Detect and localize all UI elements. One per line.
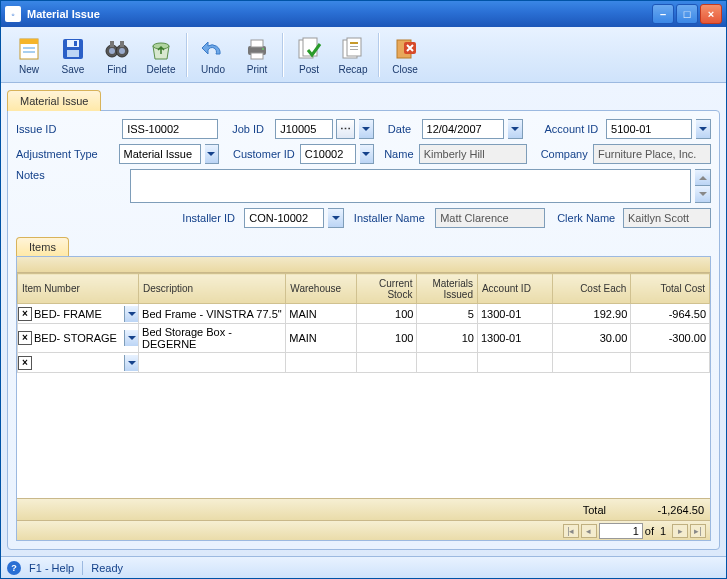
cell-warehouse[interactable]: MAIN [286, 324, 357, 353]
cell-item-number[interactable]: BED- STORAGE [32, 332, 124, 344]
installer-id-field[interactable] [244, 208, 324, 228]
date-label: Date [388, 123, 418, 135]
notes-scroll-down[interactable] [695, 186, 711, 203]
cell-materials-issued[interactable]: 10 [417, 324, 478, 353]
table-row[interactable]: × [18, 353, 710, 373]
pager-first-button[interactable]: |◂ [563, 524, 579, 538]
close-window-button[interactable]: × [700, 4, 722, 24]
notes-field[interactable] [130, 169, 691, 203]
new-button[interactable]: New [7, 30, 51, 80]
svg-rect-13 [120, 41, 124, 47]
svg-rect-17 [251, 53, 263, 59]
col-total-cost[interactable]: Total Cost [631, 274, 710, 304]
cell-materials-issued[interactable] [417, 353, 478, 373]
row-delete-button[interactable]: × [18, 356, 32, 370]
col-cost-each[interactable]: Cost Each [552, 274, 631, 304]
cell-total-cost[interactable] [631, 353, 710, 373]
col-account-id[interactable]: Account ID [477, 274, 552, 304]
installer-name-label: Installer Name [354, 212, 431, 224]
customer-id-dropdown[interactable] [360, 144, 374, 164]
post-button[interactable]: Post [287, 30, 331, 80]
adj-type-dropdown[interactable] [205, 144, 219, 164]
items-grid: Item Number Description Warehouse Curren… [16, 256, 711, 541]
cell-cost-each[interactable]: 192.90 [552, 304, 631, 324]
col-item-number[interactable]: Item Number [18, 274, 139, 304]
help-icon[interactable]: ? [7, 561, 21, 575]
find-button[interactable]: Find [95, 30, 139, 80]
job-id-field[interactable] [275, 119, 333, 139]
save-floppy-icon [59, 35, 87, 63]
item-dropdown[interactable] [124, 330, 138, 346]
print-button[interactable]: Print [235, 30, 279, 80]
pager-page-field[interactable] [599, 523, 643, 539]
minimize-button[interactable]: – [652, 4, 674, 24]
account-id-field[interactable] [606, 119, 692, 139]
cell-description[interactable]: Bed Frame - VINSTRA 77.5" [139, 304, 286, 324]
job-id-dropdown[interactable] [359, 119, 374, 139]
cell-warehouse[interactable] [286, 353, 357, 373]
table-row[interactable]: ×BED- STORAGEBed Storage Box - DEGERNEMA… [18, 324, 710, 353]
col-warehouse[interactable]: Warehouse [286, 274, 357, 304]
statusbar: ? F1 - Help Ready [1, 556, 726, 578]
adj-type-field[interactable] [119, 144, 201, 164]
svg-rect-2 [23, 47, 35, 49]
account-id-dropdown[interactable] [696, 119, 711, 139]
cell-account-id[interactable]: 1300-01 [477, 304, 552, 324]
close-button[interactable]: Close [383, 30, 427, 80]
grid-total-value: -1,264.50 [626, 504, 704, 516]
pager-next-button[interactable]: ▸ [672, 524, 688, 538]
content-area: Material Issue Issue ID Job ID ⋯ Date Ac… [1, 83, 726, 556]
save-button[interactable]: Save [51, 30, 95, 80]
cell-account-id[interactable] [477, 353, 552, 373]
undo-button[interactable]: Undo [191, 30, 235, 80]
delete-button[interactable]: Delete [139, 30, 183, 80]
svg-rect-23 [350, 42, 358, 44]
recycle-bin-icon [147, 35, 175, 63]
cell-item-number[interactable]: BED- FRAME [32, 308, 124, 320]
grid-pager: |◂ ◂ of 1 ▸ ▸| [17, 520, 710, 540]
installer-id-dropdown[interactable] [328, 208, 344, 228]
col-current-stock[interactable]: Current Stock [356, 274, 417, 304]
notes-label: Notes [16, 169, 126, 181]
maximize-button[interactable]: □ [676, 4, 698, 24]
cell-materials-issued[interactable]: 5 [417, 304, 478, 324]
job-id-lookup-button[interactable]: ⋯ [336, 119, 355, 139]
customer-id-label: Customer ID [233, 148, 296, 160]
cell-current-stock[interactable] [356, 353, 417, 373]
cell-description[interactable] [139, 353, 286, 373]
row-delete-button[interactable]: × [18, 307, 32, 321]
item-dropdown[interactable] [124, 306, 138, 322]
recap-button[interactable]: Recap [331, 30, 375, 80]
date-dropdown[interactable] [508, 119, 523, 139]
col-materials-issued[interactable]: Materials Issued [417, 274, 478, 304]
job-id-label: Job ID [232, 123, 271, 135]
customer-id-field[interactable] [300, 144, 356, 164]
cell-cost-each[interactable]: 30.00 [552, 324, 631, 353]
cell-current-stock[interactable]: 100 [356, 304, 417, 324]
status-help[interactable]: F1 - Help [29, 562, 74, 574]
notes-scroll-up[interactable] [695, 169, 711, 186]
titlebar[interactable]: ◦ Material Issue – □ × [1, 1, 726, 27]
issue-id-field[interactable] [122, 119, 218, 139]
pager-prev-button[interactable]: ◂ [581, 524, 597, 538]
svg-rect-5 [67, 40, 79, 47]
cell-total-cost[interactable]: -964.50 [631, 304, 710, 324]
cell-description[interactable]: Bed Storage Box - DEGERNE [139, 324, 286, 353]
adj-type-label: Adjustment Type [16, 148, 115, 160]
cell-total-cost[interactable]: -300.00 [631, 324, 710, 353]
table-row[interactable]: ×BED- FRAMEBed Frame - VINSTRA 77.5"MAIN… [18, 304, 710, 324]
item-dropdown[interactable] [124, 355, 138, 371]
tab-material-issue[interactable]: Material Issue [7, 90, 101, 111]
undo-arrow-icon [199, 35, 227, 63]
pager-last-button[interactable]: ▸| [690, 524, 706, 538]
cell-account-id[interactable]: 1300-01 [477, 324, 552, 353]
row-delete-button[interactable]: × [18, 331, 32, 345]
tab-items[interactable]: Items [16, 237, 69, 256]
toolbar-separator [282, 33, 284, 77]
cell-warehouse[interactable]: MAIN [286, 304, 357, 324]
cell-cost-each[interactable] [552, 353, 631, 373]
cell-current-stock[interactable]: 100 [356, 324, 417, 353]
svg-point-11 [119, 48, 125, 54]
date-field[interactable] [422, 119, 504, 139]
col-description[interactable]: Description [139, 274, 286, 304]
